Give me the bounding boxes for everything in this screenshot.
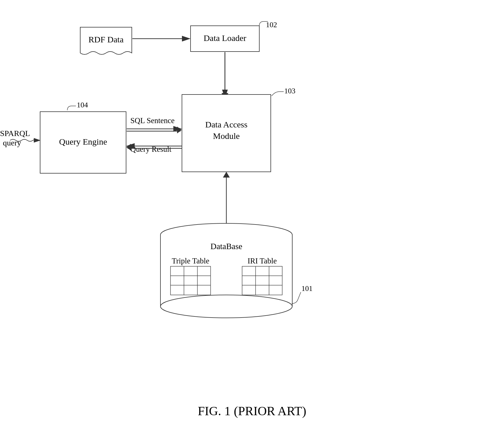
- db-bottom-ellipse: [160, 295, 292, 318]
- ref-103: 103: [284, 87, 295, 95]
- iri-table-box: [242, 266, 282, 295]
- ref-101: 101: [301, 284, 313, 293]
- rdf-data-label: RDF Data: [89, 35, 124, 44]
- database-label: DataBase: [210, 242, 242, 251]
- arrow-qe-dam-head: [177, 127, 182, 133]
- diagram-svg: RDF Data Data Loader 102 Query Engine 10…: [0, 0, 504, 447]
- sql-sentence-label: SQL Sentence: [130, 116, 174, 125]
- sparql-label-line2: query: [3, 138, 21, 147]
- ref-101-bracket: [292, 292, 301, 304]
- ref-104: 104: [77, 101, 88, 109]
- triple-table-label: Triple Table: [172, 257, 209, 265]
- iri-table-label: IRI Table: [248, 257, 277, 265]
- figure-title: FIG. 1 (PRIOR ART): [198, 404, 306, 418]
- diagram-container: RDF Data Data Loader 102 Query Engine 10…: [0, 0, 504, 447]
- ref-102: 102: [266, 21, 277, 29]
- ref-103-bracket: [272, 92, 284, 96]
- arrow-dam-db-head-up: [223, 172, 230, 178]
- triple-table-box: [170, 266, 211, 295]
- arrow-dam-qe-head: [126, 144, 131, 151]
- dam-label-line2: Module: [213, 131, 240, 141]
- data-loader-label: Data Loader: [203, 33, 246, 43]
- sparql-label-line1: SPARQL: [0, 129, 30, 138]
- query-engine-label: Query Engine: [59, 137, 107, 146]
- ref-104-bracket: [67, 106, 76, 110]
- dam-label-line1: Data Access: [205, 120, 247, 129]
